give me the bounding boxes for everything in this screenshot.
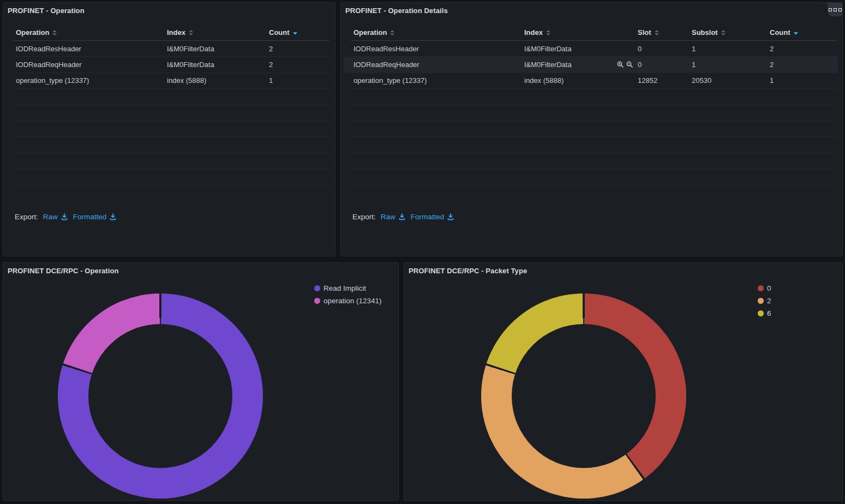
table-row: IODReadResHeader I&M0FilterData 0 1 2	[351, 41, 837, 57]
sort-icon	[655, 30, 659, 35]
table-row: operation_type (12337) index (5888) 1285…	[351, 73, 837, 89]
sort-icon	[390, 30, 394, 35]
operation-details-table: Operation Index Slot Subslot Count	[351, 25, 837, 185]
column-header-count[interactable]: Count	[770, 28, 837, 37]
panel-title[interactable]: PROFINET DCE/RPC - Packet Type	[409, 267, 527, 275]
sort-desc-icon	[293, 32, 297, 35]
export-row: Export: Raw Formatted	[352, 211, 454, 222]
panel-title[interactable]: PROFINET - Operation	[8, 7, 85, 15]
empty-row	[13, 105, 329, 121]
column-header-index[interactable]: Index	[167, 28, 269, 37]
empty-row	[351, 89, 837, 105]
legend-item[interactable]: Read Implicit	[314, 284, 382, 292]
export-label: Export:	[15, 213, 38, 221]
column-header-slot[interactable]: Slot	[638, 28, 692, 37]
table-header-row: Operation Index Count	[13, 25, 329, 41]
export-row: Export: Raw Formatted	[15, 211, 117, 222]
chart-legend: Read Implicit operation (12341)	[314, 284, 382, 305]
empty-row	[351, 137, 837, 153]
chart-legend: 0 2 6	[758, 284, 771, 317]
export-raw-link[interactable]: Raw	[43, 213, 68, 221]
legend-color-dot	[758, 285, 764, 291]
panel-title[interactable]: PROFINET DCE/RPC - Operation	[8, 267, 119, 275]
empty-row	[13, 121, 329, 137]
empty-row	[13, 169, 329, 185]
table-row-hovered: IODReadReqHeader I&M0FilterData 0 1	[351, 57, 837, 73]
sort-desc-icon	[794, 32, 798, 35]
panel-dcerpc-operation: PROFINET DCE/RPC - Operation Read Implic…	[3, 262, 399, 501]
table-row: operation_type (12337) index (5888) 1	[13, 73, 329, 89]
legend-color-dot	[314, 298, 320, 304]
zoom-out-filter-icon[interactable]	[626, 61, 633, 68]
legend-item[interactable]: 0	[758, 284, 771, 292]
export-formatted-link[interactable]: Formatted	[73, 213, 117, 221]
empty-row	[351, 105, 837, 121]
legend-item[interactable]: 2	[758, 296, 771, 305]
column-header-subslot[interactable]: Subslot	[692, 28, 770, 37]
table-row: IODReadResHeader I&M0FilterData 2	[13, 41, 329, 57]
download-icon	[447, 213, 454, 220]
download-icon	[109, 213, 117, 220]
export-raw-link[interactable]: Raw	[381, 213, 406, 221]
legend-color-dot	[758, 310, 764, 316]
download-icon	[398, 213, 406, 220]
panel-profinet-operation: PROFINET - Operation Operation Index Cou…	[3, 2, 335, 256]
zoom-in-filter-icon[interactable]	[617, 61, 624, 68]
export-formatted-link[interactable]: Formatted	[411, 213, 455, 221]
panel-profinet-operation-details: PROFINET - Operation Details Operation I…	[340, 2, 843, 256]
panel-dcerpc-packet-type: PROFINET DCE/RPC - Packet Type 0 2 6	[404, 262, 843, 501]
empty-row	[13, 153, 329, 169]
empty-row	[351, 153, 837, 169]
sort-icon	[546, 30, 550, 35]
donut-chart-packet-type[interactable]	[481, 293, 686, 499]
column-header-index[interactable]: Index	[524, 28, 638, 37]
dashboard: PROFINET - Operation Operation Index Cou…	[0, 0, 845, 504]
column-header-count[interactable]: Count	[269, 28, 329, 37]
sort-icon	[189, 30, 193, 35]
operation-table: Operation Index Count IODReadResHeader I…	[13, 25, 329, 185]
panel-menu-button[interactable]	[828, 3, 842, 16]
empty-row	[351, 169, 837, 185]
table-row: IODReadReqHeader I&M0FilterData 2	[13, 57, 329, 73]
cell-filter-icons	[617, 61, 633, 68]
donut-chart-operation[interactable]	[58, 293, 263, 499]
table-header-row: Operation Index Slot Subslot Count	[351, 25, 837, 41]
download-icon	[61, 213, 68, 220]
legend-color-dot	[758, 298, 764, 304]
empty-row	[13, 137, 329, 153]
column-header-operation[interactable]: Operation	[13, 28, 167, 37]
legend-item[interactable]: operation (12341)	[314, 296, 382, 305]
empty-row	[351, 121, 837, 137]
sort-icon	[721, 30, 726, 35]
panel-title[interactable]: PROFINET - Operation Details	[345, 7, 448, 15]
legend-item[interactable]: 6	[758, 309, 771, 317]
column-header-operation[interactable]: Operation	[351, 28, 524, 37]
export-label: Export:	[352, 213, 376, 221]
sort-icon	[52, 30, 57, 35]
legend-color-dot	[314, 285, 320, 291]
empty-row	[13, 89, 329, 105]
